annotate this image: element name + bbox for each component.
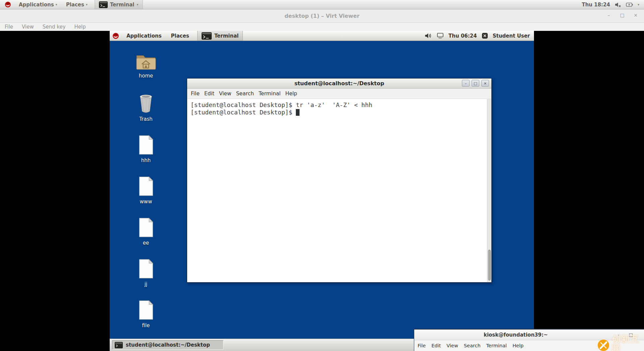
terminal-line: [student@localhost Desktop]$ tr 'a-z' 'A… — [191, 101, 486, 109]
host-menu-places[interactable]: Places ▾ — [62, 0, 92, 9]
menu-send-key[interactable]: Send key — [43, 24, 66, 30]
chevron-down-icon: ▾ — [137, 3, 138, 6]
minimize-button[interactable]: – — [606, 12, 612, 18]
redhat-logo-icon — [112, 33, 119, 39]
watermark-logo-icon — [597, 339, 609, 351]
vm-user-menu[interactable]: Student User — [493, 33, 530, 39]
menu-help[interactable]: Help — [285, 91, 297, 97]
desktop-icon-file[interactable]: file — [125, 300, 167, 329]
host-menu-applications[interactable]: Applications ▾ — [14, 0, 62, 9]
host-applications-label: Applications — [19, 2, 54, 8]
chevron-down-icon: ▾ — [86, 3, 88, 6]
document-icon — [138, 300, 154, 320]
chevron-down-icon: ▾ — [56, 3, 57, 6]
menu-edit[interactable]: Edit — [431, 343, 441, 348]
menu-help[interactable]: Help — [74, 24, 86, 30]
virt-viewer-menubar: File View Send key Help — [0, 23, 644, 31]
virt-viewer-titlebar[interactable]: desktop (1) – Virt Viewer – □ × — [0, 9, 644, 23]
vm-top-panel: Applications Places Terminal — [110, 31, 534, 41]
terminal-prompt: [student@localhost Desktop]$ — [191, 109, 296, 116]
desktop-icon-label: jj — [125, 281, 167, 287]
kiosk-title: kiosk@foundation39:~ — [414, 332, 617, 338]
trash-icon — [137, 94, 155, 114]
scrollbar-thumb[interactable] — [488, 250, 491, 281]
home-folder-icon — [135, 52, 157, 70]
vm-clock[interactable]: Thu 06:24 — [448, 33, 477, 39]
menu-view[interactable]: View — [446, 343, 458, 348]
terminal-icon — [99, 1, 108, 8]
vm-screen: Applications Places Terminal — [110, 31, 534, 351]
desktop-icon-home[interactable]: home — [125, 52, 167, 79]
screen: Applications ▾ Places ▾ Terminal ▾ Thu 1… — [0, 0, 644, 351]
document-icon — [138, 259, 154, 279]
close-button[interactable]: × — [633, 12, 639, 18]
taskbar-task-terminal[interactable]: student@localhost:~/Desktop — [112, 340, 223, 350]
menu-file[interactable]: File — [191, 91, 200, 97]
desktop-icon-label: ee — [125, 240, 167, 246]
document-icon — [138, 176, 154, 196]
terminal-titlebar[interactable]: student@localhost:~/Desktop – □ × — [187, 79, 491, 89]
terminal-menubar: File Edit View Search Terminal Help — [187, 89, 491, 99]
maximize-button[interactable]: □ — [472, 80, 479, 87]
host-places-label: Places — [66, 2, 84, 8]
menu-view[interactable]: View — [22, 24, 34, 30]
vm-active-app-terminal[interactable]: Terminal — [197, 31, 243, 41]
terminal-title: student@localhost:~/Desktop — [187, 80, 491, 87]
taskbar-task-label: student@localhost:~/Desktop — [126, 342, 210, 348]
virt-viewer-title: desktop (1) – Virt Viewer — [0, 13, 644, 19]
document-icon — [138, 217, 154, 238]
battery-icon[interactable] — [626, 2, 633, 7]
host-active-app-terminal[interactable]: Terminal ▾ — [95, 0, 143, 9]
menu-search[interactable]: Search — [236, 91, 254, 97]
maximize-button[interactable]: □ — [619, 12, 625, 18]
watermark-text: 创新互联 — [612, 334, 644, 351]
desktop-icon-label: hhh — [125, 157, 167, 163]
menu-file[interactable]: File — [418, 343, 426, 348]
virt-viewer-content: Applications Places Terminal — [0, 31, 644, 351]
user-status-icon — [482, 33, 488, 39]
menu-terminal[interactable]: Terminal — [259, 91, 281, 97]
vm-desktop: home Trash — [110, 41, 534, 339]
desktop-icon-label: Trash — [125, 116, 167, 122]
desktop-icon-jj[interactable]: jj — [125, 259, 167, 287]
vm-active-app-label: Terminal — [214, 33, 239, 39]
terminal-icon — [202, 32, 212, 40]
desktop-icon-label: www — [125, 199, 167, 205]
terminal-output[interactable]: [student@localhost Desktop]$ tr 'a-z' 'A… — [187, 99, 491, 282]
desktop-icon-ee[interactable]: ee — [125, 217, 167, 246]
redhat-logo-icon — [5, 1, 11, 8]
menu-view[interactable]: View — [219, 91, 231, 97]
terminal-icon — [115, 342, 123, 348]
speaker-icon[interactable] — [425, 33, 432, 39]
terminal-cursor — [296, 109, 300, 116]
desktop-icon-hhh[interactable]: hhh — [125, 135, 167, 163]
close-button[interactable]: × — [481, 80, 489, 87]
volume-muted-icon[interactable] — [614, 2, 622, 7]
scrollbar-track[interactable] — [487, 99, 491, 282]
menu-help[interactable]: Help — [513, 343, 524, 348]
menu-terminal[interactable]: Terminal — [486, 343, 507, 348]
display-icon[interactable] — [437, 33, 443, 39]
desktop-icon-label: home — [125, 73, 167, 79]
watermark: 创新互联 — [597, 334, 644, 351]
vm-menu-applications[interactable]: Applications — [122, 31, 166, 41]
host-top-panel: Applications ▾ Places ▾ Terminal ▾ Thu 1… — [0, 0, 644, 9]
minimize-button[interactable]: – — [462, 80, 470, 87]
menu-file[interactable]: File — [5, 24, 13, 30]
host-active-app-label: Terminal — [110, 2, 135, 8]
terminal-window: student@localhost:~/Desktop – □ × File E… — [187, 78, 492, 283]
session-menu-caret-icon[interactable]: ▾ — [638, 3, 639, 6]
document-icon — [138, 135, 154, 155]
host-clock[interactable]: Thu 18:24 — [582, 2, 610, 8]
menu-search[interactable]: Search — [464, 343, 481, 348]
menu-edit[interactable]: Edit — [204, 91, 214, 97]
desktop-icon-www[interactable]: www — [125, 176, 167, 205]
desktop-icon-trash[interactable]: Trash — [125, 94, 167, 122]
desktop-icon-label: file — [125, 322, 167, 329]
vm-menu-places[interactable]: Places — [166, 31, 194, 41]
